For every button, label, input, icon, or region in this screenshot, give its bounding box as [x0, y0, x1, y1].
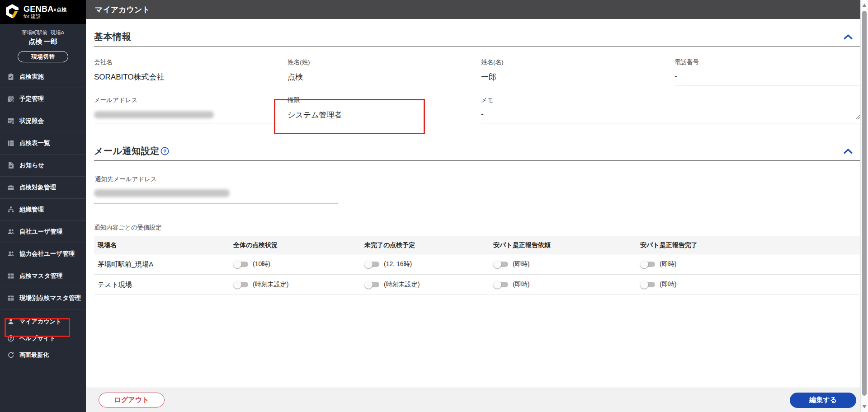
footer-bar: ログアウト 編集する	[86, 388, 868, 412]
table-header-row: 現場名 全体の点検状況 未完了の点検予定 安パト是正報告依頼 安パト是正報告完了	[94, 236, 861, 254]
sidebar-item-label: マイアカウント	[19, 318, 61, 326]
sidebar-item-sheet-list[interactable]: 点検表一覧	[0, 132, 86, 154]
sidebar-item-help[interactable]: ? ヘルプサイト	[0, 330, 86, 346]
sidebar-item-target-mgmt[interactable]: 点検対象管理	[0, 177, 86, 199]
textarea-resize-grip-icon[interactable]	[856, 112, 860, 122]
toggle-cell: (即時)	[637, 280, 861, 289]
column-header: 全体の点検状況	[230, 241, 361, 249]
phone-value: -	[675, 71, 861, 85]
notification-toggle[interactable]	[364, 280, 381, 289]
toggle-cell: (時刻未設定)	[361, 280, 490, 289]
current-site-name: 茅場町駅前_現場A	[0, 29, 86, 36]
genba-logo-icon	[5, 4, 20, 21]
help-icon: ?	[7, 334, 14, 342]
logout-button[interactable]: ログアウト	[99, 393, 165, 407]
sidebar-item-schedule[interactable]: 予定管理	[0, 88, 86, 110]
refresh-icon	[7, 351, 14, 359]
basic-info-title: 基本情報	[94, 31, 131, 43]
site-switch-button[interactable]: 現場切替	[18, 51, 68, 62]
company-field: 会社名 SORABITO株式会社	[94, 58, 280, 86]
sidebar-item-refresh[interactable]: 画面最新化	[0, 346, 86, 363]
section-divider	[94, 46, 861, 47]
page-content: 基本情報 会社名 SORABITO株式会社 姓名(姓) 点検 姓名(名) 一郎	[86, 19, 868, 388]
company-value: SORABITO株式会社	[94, 71, 280, 86]
notify-email-value	[94, 184, 338, 204]
sidebar-item-label: 画面最新化	[19, 351, 49, 359]
phone-field: 電話番号 -	[675, 58, 861, 86]
phone-label: 電話番号	[675, 58, 861, 66]
sidebar-item-site-master-mgmt[interactable]: 現場別点検マスタ管理	[0, 287, 86, 309]
notification-toggle[interactable]	[233, 280, 250, 289]
sidebar-item-label: 予定管理	[19, 95, 44, 103]
svg-text:?: ?	[163, 149, 166, 154]
notification-toggle[interactable]	[233, 260, 250, 269]
org-chart-icon	[7, 206, 14, 214]
notification-toggle[interactable]	[640, 280, 656, 289]
toggle-cell: (即時)	[637, 260, 861, 269]
document-icon	[7, 162, 14, 169]
column-header: 未完了の点検予定	[361, 241, 490, 249]
sidebar-item-org-mgmt[interactable]: 組織管理	[0, 199, 86, 221]
company-label: 会社名	[94, 58, 280, 66]
column-header: 安パト是正報告依頼	[490, 241, 637, 249]
sidebar-item-inspection[interactable]: 点検実施	[0, 66, 86, 88]
help-circle-icon[interactable]: ?	[160, 147, 169, 155]
table-icon	[7, 272, 14, 280]
sidebar-item-news[interactable]: お知らせ	[0, 154, 86, 177]
sidebar-item-status[interactable]: 状況照会	[0, 110, 86, 132]
toggle-cell: (即時)	[490, 280, 637, 289]
scrollbar-thumb[interactable]	[862, 11, 867, 396]
collapse-chevron-up-icon[interactable]	[843, 33, 854, 40]
notification-toggle[interactable]	[640, 260, 656, 269]
sidebar-item-label: ヘルプサイト	[19, 334, 56, 342]
page-header: マイアカウント	[86, 0, 868, 19]
role-field: 権限 システム管理者	[288, 96, 474, 124]
sidebar-item-label: 自社ユーザ管理	[19, 228, 62, 236]
toggle-cell: (時刻未設定)	[230, 280, 361, 289]
notification-table: 現場名 全体の点検状況 未完了の点検予定 安パト是正報告依頼 安パト是正報告完了…	[94, 236, 861, 295]
basic-info-header: 基本情報	[94, 31, 861, 43]
last-name-field: 姓名(姓) 点検	[288, 58, 474, 86]
notification-toggle[interactable]	[493, 260, 509, 269]
current-user-name: 点検 一郎	[0, 37, 86, 46]
sheet-list-icon	[7, 140, 14, 147]
clipboard-check-icon	[7, 73, 14, 81]
collapse-chevron-up-icon[interactable]	[843, 148, 854, 154]
table-row: 茅場町駅前_現場A (10時) (12, 16時) (即時)	[94, 254, 861, 275]
notification-toggle[interactable]	[493, 280, 509, 289]
edit-button[interactable]: 編集する	[790, 393, 856, 408]
mail-settings-title: メール通知設定	[94, 145, 159, 157]
sidebar: GENBAx点検 for 建設 茅場町駅前_現場A 点検 一郎 現場切替 点検実…	[0, 0, 86, 412]
sidebar-nav-bottom: マイアカウント ? ヘルプサイト 画面最新化	[0, 313, 86, 363]
logo-text: GENBAx点検 for 建設	[24, 5, 67, 19]
notification-toggle[interactable]	[364, 260, 381, 269]
app-window: GENBAx点検 for 建設 茅場町駅前_現場A 点検 一郎 現場切替 点検実…	[0, 0, 868, 412]
sidebar-item-label: 点検表一覧	[19, 139, 50, 147]
redacted-email-blur	[94, 189, 230, 197]
email-label: メールアドレス	[94, 96, 280, 104]
sidebar-item-label: 点検対象管理	[19, 183, 56, 192]
vertical-scrollbar[interactable]	[860, 0, 868, 412]
role-label: 権限	[288, 96, 474, 104]
memo-field: メモ -	[481, 96, 861, 124]
sidebar-item-my-account[interactable]: マイアカウント	[0, 313, 86, 330]
briefcase-icon	[7, 184, 14, 192]
toggle-cell: (即時)	[490, 260, 637, 269]
last-name-value: 点検	[288, 71, 474, 86]
role-value: システム管理者	[288, 109, 474, 124]
first-name-field: 姓名(名) 一郎	[481, 58, 667, 86]
sidebar-item-partner-users[interactable]: 協力会社ユーザ管理	[0, 243, 86, 265]
sidebar-item-label: 現場別点検マスタ管理	[19, 294, 81, 302]
table-row: テスト現場 (時刻未設定) (時刻未設定) (即時)	[94, 275, 861, 295]
sidebar-item-company-users[interactable]: 自社ユーザ管理	[0, 221, 86, 243]
svg-text:?: ?	[9, 336, 12, 341]
scroll-down-arrow-icon[interactable]	[862, 405, 867, 408]
main-area: マイアカウント 基本情報 会社名 SORABITO株式会社 姓名(姓) 点検	[86, 0, 868, 412]
first-name-label: 姓名(名)	[481, 58, 667, 66]
redacted-email-blur	[94, 111, 214, 118]
person-icon	[7, 318, 14, 325]
sidebar-item-master-mgmt[interactable]: 点検マスタ管理	[0, 265, 86, 287]
scroll-up-arrow-icon[interactable]	[862, 4, 867, 7]
sidebar-item-label: お知らせ	[19, 161, 44, 169]
sidebar-item-label: 状況照会	[19, 117, 44, 125]
